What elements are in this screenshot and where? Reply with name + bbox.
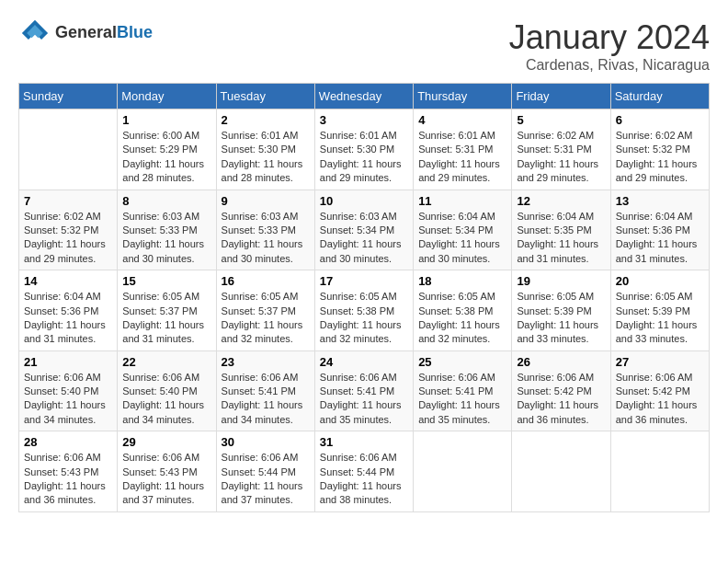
day-info: Sunrise: 6:05 AM Sunset: 5:37 PM Dayligh… [122, 290, 210, 347]
sunrise: Sunrise: 6:04 AM [616, 210, 704, 224]
day-info: Sunrise: 6:05 AM Sunset: 5:39 PM Dayligh… [517, 290, 605, 347]
day-cell: 27 Sunrise: 6:06 AM Sunset: 5:42 PM Dayl… [610, 350, 709, 431]
sunrise: Sunrise: 6:06 AM [418, 371, 506, 385]
day-cell: 2 Sunrise: 6:01 AM Sunset: 5:30 PM Dayli… [216, 109, 314, 190]
day-number: 28 [24, 435, 112, 449]
day-number: 27 [616, 355, 704, 369]
day-number: 15 [122, 274, 210, 288]
day-info: Sunrise: 6:03 AM Sunset: 5:33 PM Dayligh… [122, 210, 210, 267]
day-cell: 21 Sunrise: 6:06 AM Sunset: 5:40 PM Dayl… [19, 350, 118, 431]
day-number: 26 [517, 355, 605, 369]
day-number: 16 [222, 274, 310, 288]
day-number: 18 [418, 274, 506, 288]
day-cell: 8 Sunrise: 6:03 AM Sunset: 5:33 PM Dayli… [118, 190, 216, 270]
day-cell: 13 Sunrise: 6:04 AM Sunset: 5:36 PM Dayl… [610, 190, 709, 270]
day-info: Sunrise: 6:01 AM Sunset: 5:30 PM Dayligh… [222, 129, 310, 186]
day-number: 19 [517, 274, 605, 288]
sunset: Sunset: 5:44 PM [222, 465, 310, 479]
daylight: Daylight: 11 hours and 33 minutes. [517, 318, 605, 347]
day-cell: 12 Sunrise: 6:04 AM Sunset: 5:35 PM Dayl… [512, 190, 610, 270]
day-number: 10 [320, 194, 408, 208]
daylight: Daylight: 11 hours and 35 minutes. [320, 398, 408, 427]
day-info: Sunrise: 6:06 AM Sunset: 5:41 PM Dayligh… [320, 371, 408, 428]
day-info: Sunrise: 6:02 AM Sunset: 5:31 PM Dayligh… [517, 129, 605, 186]
sunset: Sunset: 5:30 PM [222, 143, 310, 156]
daylight: Daylight: 11 hours and 30 minutes. [320, 237, 408, 266]
sunset: Sunset: 5:41 PM [320, 385, 408, 398]
day-cell: 4 Sunrise: 6:01 AM Sunset: 5:31 PM Dayli… [414, 109, 512, 190]
day-cell: 22 Sunrise: 6:06 AM Sunset: 5:40 PM Dayl… [118, 350, 216, 431]
day-cell: 3 Sunrise: 6:01 AM Sunset: 5:30 PM Dayli… [314, 109, 413, 190]
sunset: Sunset: 5:37 PM [222, 304, 310, 318]
sunrise: Sunrise: 6:06 AM [24, 451, 112, 465]
day-cell: 23 Sunrise: 6:06 AM Sunset: 5:41 PM Dayl… [216, 350, 314, 431]
daylight: Daylight: 11 hours and 30 minutes. [418, 237, 506, 266]
daylight: Daylight: 11 hours and 31 minutes. [517, 237, 605, 266]
day-number: 8 [122, 194, 210, 208]
sunrise: Sunrise: 6:02 AM [616, 129, 704, 143]
day-info: Sunrise: 6:03 AM Sunset: 5:34 PM Dayligh… [320, 210, 408, 267]
sunset: Sunset: 5:35 PM [517, 224, 605, 237]
day-number: 6 [616, 113, 704, 127]
day-cell: 19 Sunrise: 6:05 AM Sunset: 5:39 PM Dayl… [512, 270, 610, 351]
sunset: Sunset: 5:32 PM [24, 224, 112, 237]
daylight: Daylight: 11 hours and 34 minutes. [122, 398, 210, 427]
sunrise: Sunrise: 6:03 AM [122, 210, 210, 224]
day-number: 3 [320, 113, 408, 127]
day-number: 24 [320, 355, 408, 369]
col-header-monday: Monday [118, 84, 216, 109]
sunrise: Sunrise: 6:06 AM [517, 371, 605, 385]
sunrise: Sunrise: 6:01 AM [320, 129, 408, 143]
sunset: Sunset: 5:40 PM [24, 385, 112, 398]
daylight: Daylight: 11 hours and 36 minutes. [24, 479, 112, 508]
day-number: 11 [418, 194, 506, 208]
day-info: Sunrise: 6:06 AM Sunset: 5:41 PM Dayligh… [222, 371, 310, 428]
day-info: Sunrise: 6:04 AM Sunset: 5:34 PM Dayligh… [418, 210, 506, 267]
sunset: Sunset: 5:44 PM [320, 465, 408, 479]
daylight: Daylight: 11 hours and 28 minutes. [122, 157, 210, 186]
sunrise: Sunrise: 6:05 AM [616, 290, 704, 304]
sunset: Sunset: 5:40 PM [122, 385, 210, 398]
sunrise: Sunrise: 6:03 AM [320, 210, 408, 224]
daylight: Daylight: 11 hours and 29 minutes. [616, 157, 704, 186]
day-number: 7 [24, 194, 112, 208]
day-cell [512, 431, 610, 512]
day-cell: 30 Sunrise: 6:06 AM Sunset: 5:44 PM Dayl… [216, 431, 314, 512]
sunrise: Sunrise: 6:06 AM [320, 451, 408, 465]
day-cell: 1 Sunrise: 6:00 AM Sunset: 5:29 PM Dayli… [118, 109, 216, 190]
sunrise: Sunrise: 6:05 AM [122, 290, 210, 304]
sunrise: Sunrise: 6:02 AM [517, 129, 605, 143]
sunset: Sunset: 5:31 PM [517, 143, 605, 156]
daylight: Daylight: 11 hours and 31 minutes. [616, 237, 704, 266]
sunrise: Sunrise: 6:00 AM [122, 129, 210, 143]
sunset: Sunset: 5:33 PM [122, 224, 210, 237]
sunrise: Sunrise: 6:01 AM [418, 129, 506, 143]
day-number: 20 [616, 274, 704, 288]
col-header-friday: Friday [512, 84, 610, 109]
logo: General Blue [18, 18, 153, 46]
day-number: 25 [418, 355, 506, 369]
day-info: Sunrise: 6:06 AM Sunset: 5:44 PM Dayligh… [320, 451, 408, 508]
day-cell: 14 Sunrise: 6:04 AM Sunset: 5:36 PM Dayl… [19, 270, 118, 351]
day-cell: 9 Sunrise: 6:03 AM Sunset: 5:33 PM Dayli… [216, 190, 314, 270]
sunrise: Sunrise: 6:01 AM [222, 129, 310, 143]
day-number: 31 [320, 435, 408, 449]
day-cell [610, 431, 709, 512]
day-info: Sunrise: 6:02 AM Sunset: 5:32 PM Dayligh… [24, 210, 112, 267]
daylight: Daylight: 11 hours and 29 minutes. [418, 157, 506, 186]
daylight: Daylight: 11 hours and 34 minutes. [24, 398, 112, 427]
day-number: 17 [320, 274, 408, 288]
sunset: Sunset: 5:31 PM [418, 143, 506, 156]
daylight: Daylight: 11 hours and 31 minutes. [24, 318, 112, 347]
title-block: January 2024 Cardenas, Rivas, Nicaragua [509, 18, 710, 74]
sunrise: Sunrise: 6:05 AM [320, 290, 408, 304]
sunset: Sunset: 5:43 PM [122, 465, 210, 479]
sunrise: Sunrise: 6:05 AM [418, 290, 506, 304]
day-number: 29 [122, 435, 210, 449]
sunset: Sunset: 5:42 PM [616, 385, 704, 398]
day-info: Sunrise: 6:06 AM Sunset: 5:42 PM Dayligh… [517, 371, 605, 428]
sunset: Sunset: 5:36 PM [616, 224, 704, 237]
day-cell: 26 Sunrise: 6:06 AM Sunset: 5:42 PM Dayl… [512, 350, 610, 431]
sunrise: Sunrise: 6:03 AM [222, 210, 310, 224]
day-info: Sunrise: 6:06 AM Sunset: 5:42 PM Dayligh… [616, 371, 704, 428]
